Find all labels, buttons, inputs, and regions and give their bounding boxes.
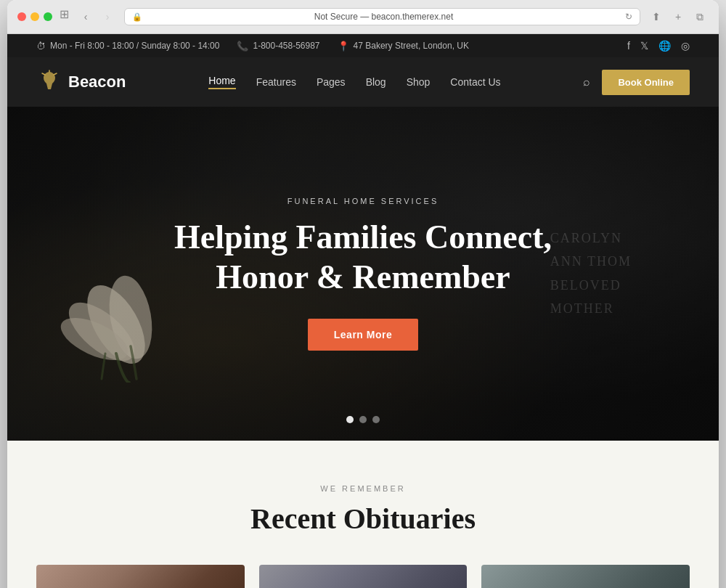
top-info-bar: ⏱ Mon - Fri 8:00 - 18:00 / Sunday 8:00 -… [7,34,719,57]
hero-subtitle: FUNERAL HOME SERVICES [160,197,566,205]
forward-button[interactable]: › [98,7,117,26]
phone-icon: 📞 [237,41,248,52]
close-button[interactable] [17,12,26,21]
book-online-button[interactable]: Book Online [602,70,690,95]
share-button[interactable]: ⬆ [648,8,665,25]
site-logo[interactable]: Beacon [36,69,126,95]
browser-action-buttons: ⬆ + ⧉ [648,8,709,25]
browser-toolbar: ⊞ ‹ › 🔒 Not Secure — beacon.themerex.net… [7,0,719,34]
carousel-dot-2[interactable] [359,416,367,423]
window-controls [17,12,52,21]
minimize-button[interactable] [30,12,39,21]
address-info: 📍 47 Bakery Street, London, UK [338,41,469,52]
hero-title: Helping Families Connect, Honor & Rememb… [160,217,566,297]
back-button[interactable]: ‹ [76,7,95,26]
copy-button[interactable]: ⧉ [691,8,709,25]
nav-features[interactable]: Features [256,76,296,88]
globe-icon[interactable]: 🌐 [658,40,671,52]
hero-section: CAROLYN ANN THOM BELOVED MOTHER FUNERAL … [7,107,719,441]
obituaries-grid [36,565,690,588]
address-bar[interactable]: 🔒 Not Secure — beacon.themerex.net ↻ [124,8,640,25]
nav-blog[interactable]: Blog [366,76,386,88]
obituary-card-1[interactable] [36,565,245,588]
nav-shop[interactable]: Shop [407,76,431,88]
sidebar-icon[interactable]: ⊞ [60,7,69,26]
learn-more-button[interactable]: Learn More [308,319,418,351]
nav-links: Home Features Pages Blog Shop Contact Us [208,75,500,89]
browser-window: ⊞ ‹ › 🔒 Not Secure — beacon.themerex.net… [7,0,719,588]
browser-nav-buttons: ⊞ ‹ › [60,7,117,26]
hero-content: FUNERAL HOME SERVICES Helping Families C… [145,197,581,351]
search-icon[interactable]: ⌕ [583,75,590,89]
twitter-icon[interactable]: 𝕏 [640,40,648,52]
business-hours: ⏱ Mon - Fri 8:00 - 18:00 / Sunday 8:00 -… [36,41,219,52]
security-icon: 🔒 [132,12,142,22]
nav-contact[interactable]: Contact Us [450,76,500,88]
obituaries-subtitle: WE REMEMBER [36,484,690,493]
social-links: f 𝕏 🌐 ◎ [627,40,690,52]
location-icon: 📍 [338,41,349,52]
top-bar-contact-info: ⏱ Mon - Fri 8:00 - 18:00 / Sunday 8:00 -… [36,41,469,52]
maximize-button[interactable] [44,12,52,21]
phone-number: 📞 1-800-458-56987 [237,41,319,52]
url-text: Not Secure — beacon.themerex.net [148,12,619,22]
instagram-icon[interactable]: ◎ [681,40,690,52]
nav-pages[interactable]: Pages [317,76,346,88]
new-tab-button[interactable]: + [669,8,687,25]
obituaries-title: Recent Obituaries [36,502,690,536]
nav-home[interactable]: Home [208,75,235,89]
carousel-dot-1[interactable] [346,416,354,423]
website-content: ⏱ Mon - Fri 8:00 - 18:00 / Sunday 8:00 -… [7,34,719,588]
facebook-icon[interactable]: f [627,40,630,52]
hero-carousel-dots [346,416,380,423]
carousel-dot-3[interactable] [372,416,380,423]
main-navigation: Beacon Home Features Pages Blog Shop Con… [7,57,719,107]
clock-icon: ⏱ [36,41,46,52]
obituaries-section: WE REMEMBER Recent Obituaries [7,441,719,588]
logo-icon [36,69,62,95]
reload-icon[interactable]: ↻ [625,12,632,22]
nav-right-section: ⌕ Book Online [583,70,690,95]
obituary-card-3[interactable] [481,565,690,588]
obituary-card-2[interactable] [259,565,468,588]
